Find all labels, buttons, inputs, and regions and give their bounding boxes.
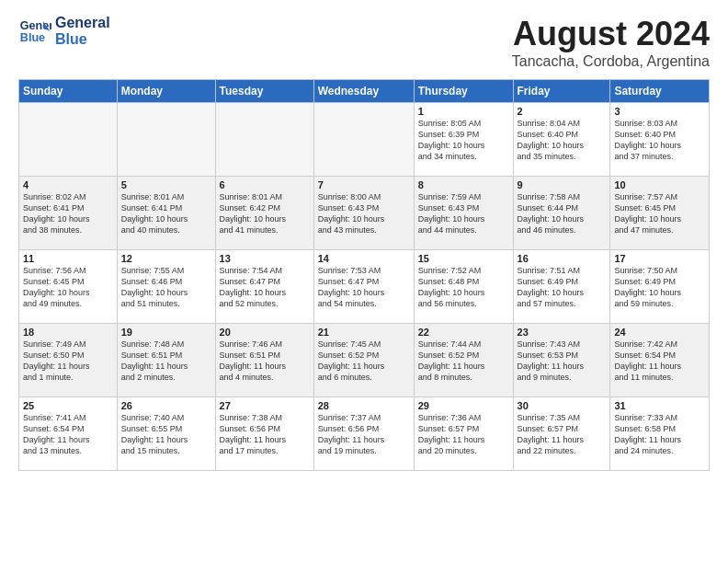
day-info: Sunrise: 7:33 AM Sunset: 6:58 PM Dayligh… xyxy=(614,412,705,457)
calendar-week-row: 4Sunrise: 8:02 AM Sunset: 6:41 PM Daylig… xyxy=(19,177,710,250)
month-year-title: August 2024 xyxy=(512,15,710,53)
calendar-day-cell: 19Sunrise: 7:48 AM Sunset: 6:51 PM Dayli… xyxy=(117,324,215,397)
day-number: 9 xyxy=(518,179,607,190)
calendar-day-cell: 22Sunrise: 7:44 AM Sunset: 6:52 PM Dayli… xyxy=(414,324,513,397)
title-block: August 2024 Tancacha, Cordoba, Argentina xyxy=(512,15,710,70)
calendar-body: 1Sunrise: 8:05 AM Sunset: 6:39 PM Daylig… xyxy=(19,103,710,471)
day-info: Sunrise: 7:50 AM Sunset: 6:49 PM Dayligh… xyxy=(614,265,705,310)
calendar-day-cell: 27Sunrise: 7:38 AM Sunset: 6:56 PM Dayli… xyxy=(215,397,313,471)
day-info: Sunrise: 7:35 AM Sunset: 6:57 PM Dayligh… xyxy=(518,412,607,457)
day-number: 22 xyxy=(418,327,509,338)
day-number: 18 xyxy=(23,327,113,338)
day-number: 28 xyxy=(318,400,410,411)
calendar-day-cell: 16Sunrise: 7:51 AM Sunset: 6:49 PM Dayli… xyxy=(513,250,610,324)
calendar-week-row: 1Sunrise: 8:05 AM Sunset: 6:39 PM Daylig… xyxy=(19,103,710,177)
calendar-day-cell: 21Sunrise: 7:45 AM Sunset: 6:52 PM Dayli… xyxy=(313,324,414,397)
day-info: Sunrise: 7:56 AM Sunset: 6:45 PM Dayligh… xyxy=(23,265,113,310)
day-info: Sunrise: 8:02 AM Sunset: 6:41 PM Dayligh… xyxy=(23,191,113,236)
calendar-day-cell: 25Sunrise: 7:41 AM Sunset: 6:54 PM Dayli… xyxy=(19,397,118,471)
day-number: 14 xyxy=(318,253,410,264)
header-tuesday: Tuesday xyxy=(215,80,313,103)
day-info: Sunrise: 7:46 AM Sunset: 6:51 PM Dayligh… xyxy=(220,339,310,384)
day-number: 24 xyxy=(614,327,705,338)
day-info: Sunrise: 7:44 AM Sunset: 6:52 PM Dayligh… xyxy=(418,339,509,384)
day-number: 31 xyxy=(614,400,705,411)
header-saturday: Saturday xyxy=(610,80,710,103)
calendar-day-cell: 24Sunrise: 7:42 AM Sunset: 6:54 PM Dayli… xyxy=(610,324,710,397)
logo-blue: Blue xyxy=(55,31,110,48)
calendar-day-cell: 29Sunrise: 7:36 AM Sunset: 6:57 PM Dayli… xyxy=(414,397,513,471)
calendar-day-cell: 5Sunrise: 8:01 AM Sunset: 6:41 PM Daylig… xyxy=(117,177,215,250)
calendar-week-row: 11Sunrise: 7:56 AM Sunset: 6:45 PM Dayli… xyxy=(19,250,710,324)
day-info: Sunrise: 7:51 AM Sunset: 6:49 PM Dayligh… xyxy=(518,265,607,310)
day-info: Sunrise: 8:03 AM Sunset: 6:40 PM Dayligh… xyxy=(614,118,705,163)
day-number: 27 xyxy=(220,400,310,411)
day-info: Sunrise: 7:36 AM Sunset: 6:57 PM Dayligh… xyxy=(418,412,509,457)
calendar-day-cell: 7Sunrise: 8:00 AM Sunset: 6:43 PM Daylig… xyxy=(313,177,414,250)
calendar-day-cell: 13Sunrise: 7:54 AM Sunset: 6:47 PM Dayli… xyxy=(215,250,313,324)
day-number: 1 xyxy=(418,106,509,117)
weekday-header-row: Sunday Monday Tuesday Wednesday Thursday… xyxy=(19,80,710,103)
calendar-table: Sunday Monday Tuesday Wednesday Thursday… xyxy=(18,79,710,471)
svg-text:Blue: Blue xyxy=(20,31,45,44)
calendar-week-row: 18Sunrise: 7:49 AM Sunset: 6:50 PM Dayli… xyxy=(19,324,710,397)
day-info: Sunrise: 7:42 AM Sunset: 6:54 PM Dayligh… xyxy=(614,339,705,384)
calendar-day-cell: 26Sunrise: 7:40 AM Sunset: 6:55 PM Dayli… xyxy=(117,397,215,471)
calendar-day-cell: 15Sunrise: 7:52 AM Sunset: 6:48 PM Dayli… xyxy=(414,250,513,324)
day-number: 6 xyxy=(220,179,310,190)
calendar-day-cell: 1Sunrise: 8:05 AM Sunset: 6:39 PM Daylig… xyxy=(414,103,513,177)
day-number: 5 xyxy=(121,179,211,190)
calendar-day-cell xyxy=(215,103,313,177)
day-info: Sunrise: 7:53 AM Sunset: 6:47 PM Dayligh… xyxy=(318,265,410,310)
calendar-day-cell: 28Sunrise: 7:37 AM Sunset: 6:56 PM Dayli… xyxy=(313,397,414,471)
day-info: Sunrise: 7:49 AM Sunset: 6:50 PM Dayligh… xyxy=(23,339,113,384)
day-number: 23 xyxy=(518,327,607,338)
day-info: Sunrise: 8:01 AM Sunset: 6:42 PM Dayligh… xyxy=(220,191,310,236)
calendar-day-cell: 12Sunrise: 7:55 AM Sunset: 6:46 PM Dayli… xyxy=(117,250,215,324)
calendar-day-cell xyxy=(313,103,414,177)
calendar-day-cell: 20Sunrise: 7:46 AM Sunset: 6:51 PM Dayli… xyxy=(215,324,313,397)
day-number: 30 xyxy=(518,400,607,411)
calendar-day-cell: 11Sunrise: 7:56 AM Sunset: 6:45 PM Dayli… xyxy=(19,250,118,324)
day-info: Sunrise: 7:59 AM Sunset: 6:43 PM Dayligh… xyxy=(418,191,509,236)
day-info: Sunrise: 7:57 AM Sunset: 6:45 PM Dayligh… xyxy=(614,191,705,236)
day-info: Sunrise: 7:54 AM Sunset: 6:47 PM Dayligh… xyxy=(220,265,310,310)
day-number: 20 xyxy=(220,327,310,338)
calendar-day-cell: 10Sunrise: 7:57 AM Sunset: 6:45 PM Dayli… xyxy=(610,177,710,250)
calendar-day-cell xyxy=(117,103,215,177)
calendar-week-row: 25Sunrise: 7:41 AM Sunset: 6:54 PM Dayli… xyxy=(19,397,710,471)
header: General Blue General Blue August 2024 Ta… xyxy=(18,15,710,70)
calendar-day-cell: 3Sunrise: 8:03 AM Sunset: 6:40 PM Daylig… xyxy=(610,103,710,177)
calendar-day-cell: 31Sunrise: 7:33 AM Sunset: 6:58 PM Dayli… xyxy=(610,397,710,471)
day-number: 26 xyxy=(121,400,211,411)
calendar-day-cell: 6Sunrise: 8:01 AM Sunset: 6:42 PM Daylig… xyxy=(215,177,313,250)
header-monday: Monday xyxy=(117,80,215,103)
calendar-header: Sunday Monday Tuesday Wednesday Thursday… xyxy=(19,80,710,103)
day-number: 11 xyxy=(23,253,113,264)
day-info: Sunrise: 8:00 AM Sunset: 6:43 PM Dayligh… xyxy=(318,191,410,236)
day-number: 3 xyxy=(614,106,705,117)
day-info: Sunrise: 7:52 AM Sunset: 6:48 PM Dayligh… xyxy=(418,265,509,310)
calendar-day-cell: 18Sunrise: 7:49 AM Sunset: 6:50 PM Dayli… xyxy=(19,324,118,397)
day-info: Sunrise: 7:41 AM Sunset: 6:54 PM Dayligh… xyxy=(23,412,113,457)
calendar-day-cell: 9Sunrise: 7:58 AM Sunset: 6:44 PM Daylig… xyxy=(513,177,610,250)
day-info: Sunrise: 7:58 AM Sunset: 6:44 PM Dayligh… xyxy=(518,191,607,236)
day-number: 2 xyxy=(518,106,607,117)
page: General Blue General Blue August 2024 Ta… xyxy=(0,0,728,480)
header-sunday: Sunday xyxy=(19,80,118,103)
calendar-day-cell: 8Sunrise: 7:59 AM Sunset: 6:43 PM Daylig… xyxy=(414,177,513,250)
day-info: Sunrise: 7:40 AM Sunset: 6:55 PM Dayligh… xyxy=(121,412,211,457)
header-thursday: Thursday xyxy=(414,80,513,103)
day-info: Sunrise: 7:38 AM Sunset: 6:56 PM Dayligh… xyxy=(220,412,310,457)
day-info: Sunrise: 7:48 AM Sunset: 6:51 PM Dayligh… xyxy=(121,339,211,384)
header-friday: Friday xyxy=(513,80,610,103)
day-info: Sunrise: 8:01 AM Sunset: 6:41 PM Dayligh… xyxy=(121,191,211,236)
day-number: 25 xyxy=(23,400,113,411)
day-number: 15 xyxy=(418,253,509,264)
day-number: 13 xyxy=(220,253,310,264)
calendar-day-cell: 23Sunrise: 7:43 AM Sunset: 6:53 PM Dayli… xyxy=(513,324,610,397)
day-number: 17 xyxy=(614,253,705,264)
calendar-day-cell: 30Sunrise: 7:35 AM Sunset: 6:57 PM Dayli… xyxy=(513,397,610,471)
calendar-day-cell xyxy=(19,103,118,177)
logo-icon: General Blue xyxy=(18,15,51,48)
